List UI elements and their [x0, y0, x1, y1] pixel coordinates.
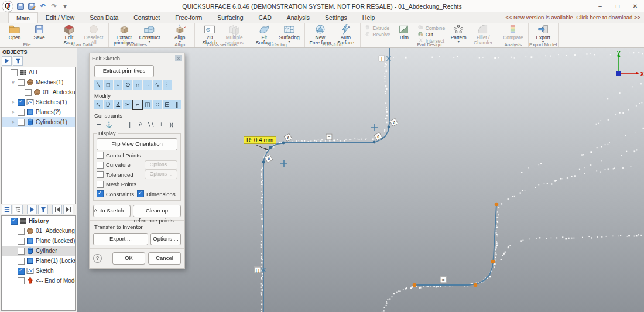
surfacing-button[interactable]: Surfacing▾: [278, 24, 300, 43]
extract-primitives-button[interactable]: Extract primitives: [94, 65, 154, 77]
visibility-checkbox[interactable]: [18, 99, 25, 106]
constraint-glyph-=[interactable]: =: [326, 134, 333, 140]
visibility-checkbox[interactable]: [11, 69, 18, 76]
redo-button[interactable]: ↷: [49, 2, 59, 11]
app-logo-icon[interactable]: Qſ: [2, 1, 13, 12]
mirror-tool-icon[interactable]: ◫: [143, 100, 152, 109]
dialog-title-bar[interactable]: Edit Sketch x: [90, 53, 184, 63]
align-button[interactable]: Align▾: [169, 24, 191, 43]
parallel-tool-icon[interactable]: ∖∖: [146, 120, 156, 129]
tab-construct[interactable]: Construct: [126, 12, 167, 23]
vertical-tool-icon[interactable]: |: [125, 120, 135, 129]
export-options-button[interactable]: Options ...: [150, 233, 181, 245]
tangent-tool-icon[interactable]: ∂: [135, 120, 145, 129]
visibility-checkbox[interactable]: [11, 218, 18, 225]
construct-button[interactable]: Construct▾: [138, 24, 161, 43]
tree-icon[interactable]: [13, 205, 23, 214]
split-tool-icon[interactable]: ✂: [123, 100, 132, 109]
checkbox-toleranced[interactable]: [97, 171, 104, 178]
checkbox-mesh-points[interactable]: [97, 181, 104, 188]
checkbox-control-points[interactable]: [97, 152, 104, 159]
undo-button[interactable]: ↶: [38, 2, 47, 11]
list-icon[interactable]: [2, 205, 12, 214]
expander-icon[interactable]: >: [11, 119, 16, 125]
visibility-checkbox[interactable]: [18, 238, 25, 245]
visibility-checkbox[interactable]: [18, 248, 25, 255]
tab-surfacing[interactable]: Surfacing: [210, 12, 251, 23]
auto-sketch-button[interactable]: Auto Sketch ...: [93, 205, 131, 217]
tree-item-all[interactable]: ALL: [2, 67, 75, 77]
tab-help[interactable]: Help: [355, 12, 383, 23]
update-notice-link[interactable]: << New version is available. Click here …: [505, 14, 640, 20]
play-icon[interactable]: [27, 205, 37, 214]
copy-tool-icon[interactable]: ⊞: [163, 100, 172, 109]
expander-icon[interactable]: >: [11, 109, 16, 115]
tab-settings[interactable]: Settings: [317, 12, 355, 23]
checkbox-curvature[interactable]: [97, 162, 104, 169]
spline-tool-icon[interactable]: ∿: [153, 80, 162, 90]
constraint-glyph-|t|[interactable]: | |: [255, 267, 261, 273]
constraint-glyph-=[interactable]: =: [440, 277, 447, 283]
tree-item-history[interactable]: History: [2, 216, 75, 226]
first-icon[interactable]: [52, 205, 62, 214]
symmetric-tool-icon[interactable]: )(: [167, 120, 177, 129]
maximize-button[interactable]: □: [609, 1, 626, 12]
tab-analysis[interactable]: Analysis: [279, 12, 317, 23]
tab-scan-data[interactable]: Scan Data: [82, 12, 126, 23]
save-button[interactable]: [16, 2, 25, 11]
funnel-icon[interactable]: [13, 56, 23, 66]
export-button[interactable]: Export▾: [532, 24, 554, 43]
visibility-checkbox[interactable]: [18, 228, 25, 235]
visibility-checkbox[interactable]: [18, 277, 25, 284]
select-tool-icon[interactable]: ↖: [94, 100, 103, 109]
arc-tool-icon[interactable]: ⌢: [143, 80, 152, 90]
horizontal-tool-icon[interactable]: —: [115, 120, 125, 129]
fix-anchor-tool-icon[interactable]: ⚓: [104, 120, 114, 129]
rectangle-tool-icon[interactable]: □: [104, 80, 113, 90]
tab-cad[interactable]: CAD: [251, 12, 279, 23]
tree-item-01-abdeckung-rechts-t-1-0[interactable]: 01_Abdeckung_Rechts (T: 1 0: [2, 87, 75, 97]
constraint-glyph-|[interactable]: |: [379, 56, 385, 62]
visibility-checkbox[interactable]: [25, 89, 32, 96]
perpendicular-tool-icon[interactable]: ⊥: [156, 120, 166, 129]
circle-center-tool-icon[interactable]: ⊙: [123, 80, 132, 90]
visibility-checkbox[interactable]: [18, 119, 25, 126]
checkbox-dimensions[interactable]: [137, 190, 144, 197]
radius-dimension-label[interactable]: R: 0.4 mm: [244, 136, 276, 144]
save-button[interactable]: Save: [28, 24, 50, 40]
flip-view-orientation-button[interactable]: Flip View Orientation: [97, 138, 177, 150]
help-icon[interactable]: ?: [93, 254, 102, 263]
tree-item-sketches-1[interactable]: >Sketches(1): [2, 97, 75, 107]
tree-item-01-abdeckung-rechts[interactable]: 01_Abdeckung_Rechts: [2, 226, 75, 236]
expander-icon[interactable]: >: [11, 100, 16, 105]
offset-tool-icon[interactable]: ∥: [172, 100, 181, 109]
open-button[interactable]: Open: [4, 24, 26, 40]
tree-item-meshes-1[interactable]: vMeshes(1): [2, 77, 75, 87]
save-as-button[interactable]: [27, 2, 36, 11]
tab-edit-view[interactable]: Edit / View: [38, 12, 82, 23]
cancel-button[interactable]: Cancel: [148, 252, 181, 265]
tree-item-planes-2[interactable]: >Planes(2): [2, 107, 75, 117]
ok-button[interactable]: OK: [112, 252, 145, 265]
point-series-tool-icon[interactable]: ⋮: [163, 80, 172, 90]
tree-item-plane-1-locked[interactable]: Plane(1) (Locked): [2, 256, 75, 266]
close-button[interactable]: ✕: [626, 1, 644, 12]
circle-tool-icon[interactable]: ○: [114, 80, 123, 90]
minimize-button[interactable]: –: [591, 1, 609, 12]
visibility-checkbox[interactable]: [18, 109, 25, 116]
tree-item-cylinder[interactable]: Cylinder: [2, 246, 75, 256]
visibility-checkbox[interactable]: [18, 258, 25, 265]
line-tool-icon[interactable]: ╲: [94, 80, 103, 90]
funnel-icon[interactable]: [38, 205, 48, 214]
trim-button[interactable]: Trim: [393, 24, 415, 40]
close-contour-tool-icon[interactable]: D: [104, 100, 113, 109]
export-button[interactable]: Export ...: [93, 233, 148, 245]
checkbox-constraints[interactable]: [97, 190, 104, 197]
tab-free-form[interactable]: Free-form: [167, 12, 210, 23]
tree-item-plane-locked[interactable]: Plane (Locked): [2, 236, 75, 246]
corner-tool-icon[interactable]: ⌐: [133, 100, 142, 109]
customize-qat-button[interactable]: ▾: [60, 2, 70, 11]
last-icon[interactable]: [63, 205, 73, 214]
pattern-points-tool-icon[interactable]: ∷: [153, 100, 162, 109]
tree-item-end-of-model[interactable]: <-- End of Model -->: [2, 276, 75, 286]
